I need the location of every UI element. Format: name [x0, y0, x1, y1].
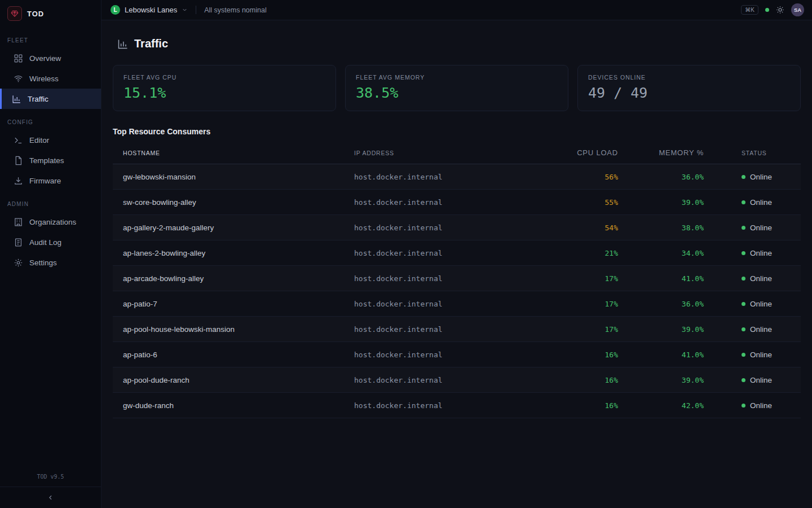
table-row[interactable]: sw-core-bowling-alley host.docker.intern…	[113, 190, 801, 215]
ip-address-cell: host.docker.internal	[354, 274, 551, 283]
table-row[interactable]: ap-arcade-bowling-alley host.docker.inte…	[113, 266, 801, 291]
sidebar-item-label: Traffic	[28, 95, 48, 103]
cpu-load-cell: 56%	[551, 173, 625, 181]
grid-icon	[14, 54, 23, 63]
memory-cell: 34.0%	[625, 249, 710, 257]
command-palette-shortcut[interactable]: ⌘K	[741, 5, 758, 15]
hostname-cell: ap-patio-7	[113, 300, 354, 308]
table-row[interactable]: ap-patio-7 host.docker.internal 17% 36.0…	[113, 291, 801, 317]
hostname-cell: ap-gallery-2-maude-gallery	[113, 224, 354, 232]
terminal-icon	[14, 135, 23, 145]
org-avatar: L	[111, 5, 120, 15]
online-dot	[742, 302, 745, 306]
status-cell: Online	[710, 249, 801, 257]
ip-address-cell: host.docker.internal	[354, 325, 551, 334]
online-dot	[742, 327, 745, 331]
online-dot	[742, 251, 745, 255]
cpu-load-cell: 17%	[551, 274, 625, 283]
hostname-cell: ap-pool-dude-ranch	[113, 376, 354, 384]
table-row[interactable]: ap-pool-house-lebowski-mansion host.dock…	[113, 317, 801, 342]
status-cell: Online	[710, 274, 801, 283]
column-header-memory: MEMORY %	[625, 148, 710, 157]
cpu-load-cell: 16%	[551, 351, 625, 359]
hostname-cell: ap-pool-house-lebowski-mansion	[113, 325, 354, 334]
org-switcher[interactable]: L Lebowski Lanes	[111, 5, 188, 15]
sidebar-item-editor[interactable]: Editor	[0, 130, 101, 150]
sidebar-item-firmware[interactable]: Firmware	[0, 170, 101, 191]
stat-value: 38.5%	[356, 85, 558, 101]
sidebar-item-overview[interactable]: Overview	[0, 48, 101, 68]
table-row[interactable]: ap-lanes-2-bowling-alley host.docker.int…	[113, 240, 801, 266]
table-row[interactable]: gw-dude-ranch host.docker.internal 16% 4…	[113, 393, 801, 418]
online-dot	[742, 353, 745, 357]
sidebar: TOD FLEET Overview Wireless Traffic CONF…	[0, 0, 102, 508]
sidebar-footer: TOD v9.5	[0, 474, 101, 508]
stat-value: 15.1%	[123, 85, 325, 101]
cpu-load-cell: 17%	[551, 325, 625, 334]
bar-chart-icon	[12, 94, 21, 104]
sidebar-item-label: Audit Log	[29, 238, 61, 247]
consumers-table: HOSTNAME IP ADDRESS CPU LOAD MEMORY % ST…	[113, 142, 801, 418]
sidebar-item-wireless[interactable]: Wireless	[0, 68, 101, 89]
status-cell: Online	[710, 173, 801, 181]
sidebar-item-label: Editor	[29, 136, 49, 144]
cpu-load-cell: 16%	[551, 401, 625, 410]
table-row[interactable]: gw-lebowski-mansion host.docker.internal…	[113, 164, 801, 190]
status-label: Online	[750, 249, 772, 257]
ip-address-cell: host.docker.internal	[354, 198, 551, 207]
stat-card-fleet-avg-cpu: FLEET AVG CPU 15.1%	[113, 65, 336, 111]
download-icon	[14, 176, 23, 186]
stat-label: FLEET AVG MEMORY	[356, 74, 558, 81]
hostname-cell: ap-lanes-2-bowling-alley	[113, 249, 354, 257]
sidebar-section-fleet: FLEET	[0, 37, 101, 43]
org-name: Lebowski Lanes	[125, 6, 177, 14]
sidebar-section-config: CONFIG	[0, 119, 101, 125]
sidebar-item-audit-log[interactable]: Audit Log	[0, 232, 101, 252]
column-header-hostname: HOSTNAME	[113, 150, 354, 156]
sidebar-section-admin: ADMIN	[0, 201, 101, 207]
sidebar-collapse-button[interactable]	[0, 487, 101, 508]
sidebar-item-settings[interactable]: Settings	[0, 252, 101, 273]
table-row[interactable]: ap-pool-dude-ranch host.docker.internal …	[113, 367, 801, 393]
status-cell: Online	[710, 376, 801, 384]
app-logo[interactable]: TOD	[0, 0, 101, 27]
table-section-title: Top Resource Consumers	[113, 127, 801, 136]
status-label: Online	[750, 401, 772, 410]
online-dot	[742, 378, 745, 382]
system-status-text: All systems nominal	[204, 6, 266, 14]
ip-address-cell: host.docker.internal	[354, 376, 551, 384]
sidebar-item-label: Overview	[29, 54, 61, 63]
sidebar-item-templates[interactable]: Templates	[0, 150, 101, 170]
table-row[interactable]: ap-gallery-2-maude-gallery host.docker.i…	[113, 215, 801, 240]
sidebar-item-organizations[interactable]: Organizations	[0, 212, 101, 232]
app-name: TOD	[27, 10, 44, 18]
online-dot	[742, 175, 745, 179]
online-dot	[742, 226, 745, 230]
ip-address-cell: host.docker.internal	[354, 351, 551, 359]
ip-address-cell: host.docker.internal	[354, 173, 551, 181]
hostname-cell: gw-lebowski-mansion	[113, 173, 354, 181]
memory-cell: 41.0%	[625, 274, 710, 283]
status-cell: Online	[710, 224, 801, 232]
chevron-left-icon	[47, 494, 54, 501]
ip-address-cell: host.docker.internal	[354, 249, 551, 257]
cpu-load-cell: 21%	[551, 249, 625, 257]
table-row[interactable]: ap-patio-6 host.docker.internal 16% 41.0…	[113, 342, 801, 367]
user-avatar[interactable]: SA	[791, 3, 804, 16]
status-cell: Online	[710, 198, 801, 207]
online-dot	[742, 200, 745, 204]
file-icon	[14, 156, 23, 165]
memory-cell: 39.0%	[625, 198, 710, 207]
sidebar-item-label: Templates	[29, 156, 64, 165]
status-cell: Online	[710, 325, 801, 334]
memory-cell: 41.0%	[625, 351, 710, 359]
cpu-load-cell: 17%	[551, 300, 625, 308]
ip-address-cell: host.docker.internal	[354, 401, 551, 410]
sidebar-item-traffic[interactable]: Traffic	[0, 89, 101, 109]
status-cell: Online	[710, 401, 801, 410]
stat-label: FLEET AVG CPU	[123, 74, 325, 81]
theme-toggle-sun-icon[interactable]	[776, 6, 784, 14]
memory-cell: 36.0%	[625, 300, 710, 308]
hostname-cell: ap-patio-6	[113, 351, 354, 359]
health-status-dot	[765, 8, 769, 12]
